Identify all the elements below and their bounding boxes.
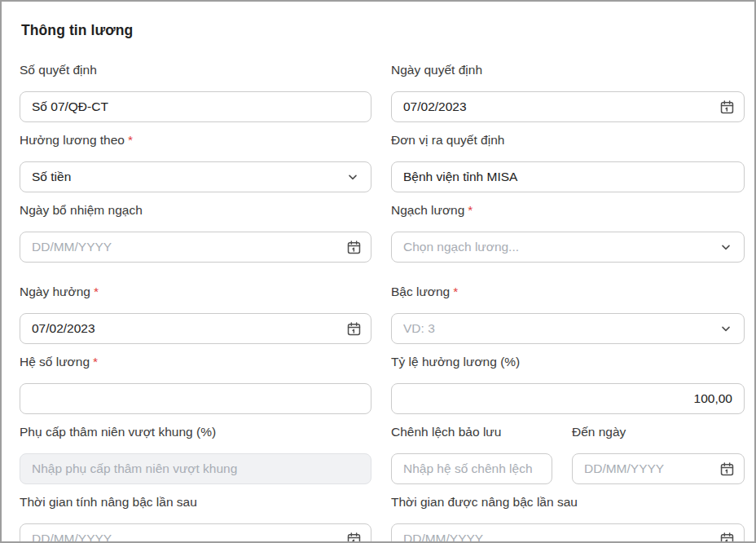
field-label: Đơn vị ra quyết định <box>391 131 745 149</box>
field-label: Đến ngày <box>572 423 745 441</box>
salary-grade-select[interactable]: VD: 3 <box>391 313 745 344</box>
field-label: Thời gian được nâng bậc lần sau <box>391 493 745 511</box>
required-asterisk: * <box>128 133 133 147</box>
field-label: Hưởng lương theo* <box>20 131 371 149</box>
page-title: Thông tin lương <box>21 22 754 39</box>
field-label: Phụ cấp thâm niên vượt khung (%) <box>20 423 371 441</box>
reserved-difference-input[interactable] <box>391 453 552 484</box>
calendar-icon[interactable] <box>345 320 362 337</box>
calendar-icon[interactable] <box>719 531 735 543</box>
field-huong-luong-theo: Hưởng lương theo* Số tiền <box>20 131 371 192</box>
calendar-icon[interactable] <box>345 531 362 543</box>
required-asterisk: * <box>453 285 458 298</box>
field-phu-cap-tham-nien: Phụ cấp thâm niên vượt khung (%) <box>20 423 371 484</box>
field-label: Ngày bổ nhiệm ngạch <box>20 201 371 219</box>
calendar-icon[interactable] <box>719 99 735 115</box>
field-ngay-huong: Ngày hưởng* <box>20 283 371 344</box>
select-placeholder: VD: 3 <box>403 321 435 336</box>
required-asterisk: * <box>468 203 472 217</box>
field-label: Ngạch lương* <box>391 201 745 219</box>
field-label: Ngày hưởng* <box>20 283 371 301</box>
chevron-down-icon <box>719 241 732 254</box>
field-label: Số quyết định <box>20 61 371 79</box>
rank-appointment-date-input[interactable] <box>20 232 371 263</box>
calendar-icon[interactable] <box>345 239 362 255</box>
field-label: Thời gian tính nâng bậc lần sau <box>20 493 371 511</box>
field-label: Ngày quyết định <box>391 61 745 79</box>
field-label: Bậc lương* <box>391 283 745 301</box>
select-value: Số tiền <box>32 170 71 184</box>
field-label: Tỷ lệ hưởng lương (%) <box>391 353 745 371</box>
decision-number-input[interactable] <box>20 91 371 122</box>
field-ngach-luong: Ngạch lương* Chọn ngạch lương... <box>391 201 745 263</box>
salary-coefficient-input[interactable] <box>20 383 371 414</box>
decision-date-input[interactable] <box>391 91 745 122</box>
field-den-ngay: Đến ngày <box>572 423 745 484</box>
field-don-vi-ra-quyet-dinh: Đơn vị ra quyết định <box>391 131 745 192</box>
chevron-down-icon <box>719 322 732 335</box>
calendar-icon[interactable] <box>719 461 735 477</box>
field-ngay-quyet-dinh: Ngày quyết định <box>391 61 745 122</box>
field-he-so-luong: Hệ số lương* <box>20 353 371 414</box>
field-chenh-lech-bao-luu: Chênh lệch bảo lưu <box>391 423 552 484</box>
salary-basis-select[interactable]: Số tiền <box>20 161 371 192</box>
field-bac-luong: Bậc lương* VD: 3 <box>391 283 745 344</box>
next-raise-date-input[interactable] <box>391 523 745 543</box>
field-ngay-bo-nhiem-ngach: Ngày bổ nhiệm ngạch <box>20 201 371 263</box>
seniority-allowance-input <box>20 453 371 484</box>
field-so-quyet-dinh: Số quyết định <box>20 61 371 122</box>
required-asterisk: * <box>94 285 99 298</box>
decision-unit-input[interactable] <box>391 161 745 192</box>
salary-form: Số quyết định Ngày quyết định Hưởng lươn… <box>20 61 741 543</box>
required-asterisk: * <box>93 355 98 369</box>
effective-date-input[interactable] <box>20 313 371 344</box>
salary-info-panel: Thông tin lương Số quyết định Ngày quyết… <box>0 0 756 543</box>
field-label: Chênh lệch bảo lưu <box>391 423 552 441</box>
salary-rank-select[interactable]: Chọn ngạch lương... <box>391 232 745 263</box>
salary-percentage-input[interactable] <box>391 383 745 414</box>
select-placeholder: Chọn ngạch lương... <box>403 240 519 254</box>
field-chenh-lech-bao-luu-group: Chênh lệch bảo lưu Đến ngày <box>391 423 745 484</box>
next-raise-calc-date-input[interactable] <box>20 523 371 543</box>
field-thoi-gian-tinh-nang-bac: Thời gian tính nâng bậc lần sau <box>20 493 371 543</box>
chevron-down-icon <box>346 170 359 183</box>
field-thoi-gian-duoc-nang-bac: Thời gian được nâng bậc lần sau <box>391 493 745 543</box>
field-label: Hệ số lương* <box>20 353 371 371</box>
field-ty-le-huong-luong: Tỷ lệ hưởng lương (%) <box>391 353 745 414</box>
